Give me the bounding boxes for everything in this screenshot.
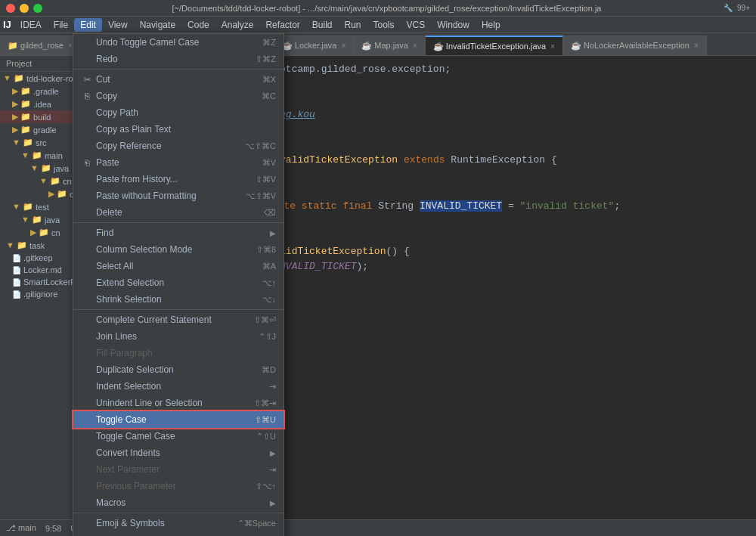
separator bbox=[73, 513, 284, 513]
submenu-arrow-icon: ▶ bbox=[270, 499, 276, 507]
menu-refactor[interactable]: Refactor bbox=[259, 18, 305, 32]
menu-column-selection-mode[interactable]: Column Selection Mode ⇧⌘8 bbox=[73, 241, 284, 258]
menu-select-all[interactable]: Select All ⌘A bbox=[73, 258, 284, 274]
menu-fill-paragraph: Fill Paragraph bbox=[73, 345, 284, 361]
menu-vcs[interactable]: VCS bbox=[401, 18, 432, 32]
menu-tools[interactable]: Tools bbox=[367, 18, 401, 32]
context-menu: Undo Toggle Camel Case ⌘Z Redo ⇧⌘Z ✂ Cut… bbox=[73, 33, 284, 536]
menu-toggle-case[interactable]: Toggle Case ⇧⌘U bbox=[73, 411, 284, 428]
folder-icon: ▶ 📁 bbox=[30, 228, 49, 237]
folder-icon: ▼ 📁 bbox=[39, 176, 60, 186]
tab-nolockeravailableexception[interactable]: ☕ NoLockerAvailableException × bbox=[563, 36, 707, 55]
menu-file[interactable]: File bbox=[48, 18, 74, 32]
tab-close-icon[interactable]: × bbox=[413, 42, 417, 50]
menu-paste-without-formatting[interactable]: Paste without Formatting ⌥⇧⌘V bbox=[73, 187, 284, 204]
tab-close-icon[interactable]: × bbox=[550, 42, 555, 51]
menu-undo-toggle-camel-case[interactable]: Undo Toggle Camel Case ⌘Z bbox=[73, 34, 284, 51]
menu-shrink-selection[interactable]: Shrink Selection ⌥↓ bbox=[73, 291, 284, 308]
menu-help[interactable]: Help bbox=[476, 18, 507, 32]
submenu-arrow-icon: ▶ bbox=[270, 229, 276, 237]
menu-redo[interactable]: Redo ⇧⌘Z bbox=[73, 51, 284, 67]
sidebar-item-label: build bbox=[33, 113, 51, 122]
menu-edit[interactable]: Edit bbox=[74, 18, 102, 32]
menu-extend-selection[interactable]: Extend Selection ⌥↑ bbox=[73, 274, 284, 291]
title-bar: [~/Documents/tdd/tdd-locker-robot] - ...… bbox=[0, 0, 756, 17]
menu-complete-current-statement[interactable]: Complete Current Statement ⇧⌘⏎ bbox=[73, 311, 284, 328]
menu-join-lines[interactable]: Join Lines ⌃⇧J bbox=[73, 328, 284, 345]
sidebar-title: Project bbox=[6, 59, 32, 68]
sidebar-item-label: src bbox=[36, 138, 47, 147]
menu-analyze[interactable]: Analyze bbox=[215, 18, 260, 32]
menu-copy[interactable]: ⎘ Copy ⌘C bbox=[73, 88, 284, 104]
sidebar-item-label: java bbox=[45, 215, 60, 225]
app-logo: IJ bbox=[3, 19, 11, 30]
menu-bar: IJ IDEA File Edit View Navigate Code Ana… bbox=[0, 17, 756, 33]
menu-indent-selection[interactable]: Indent Selection ⇥ bbox=[73, 378, 284, 395]
window-title: [~/Documents/tdd/tdd-locker-robot] - ...… bbox=[50, 4, 723, 13]
tab-close-icon[interactable]: × bbox=[341, 42, 345, 50]
tab-label: ☕ NoLockerAvailableException bbox=[571, 41, 689, 51]
menu-macros[interactable]: Macros ▶ bbox=[73, 494, 284, 511]
folder-icon: ▶ 📁 bbox=[12, 99, 31, 109]
file-icon: 📄 bbox=[12, 278, 21, 287]
separator bbox=[73, 69, 284, 70]
menu-run[interactable]: Run bbox=[339, 18, 367, 32]
menu-duplicate-selection[interactable]: Duplicate Selection ⌘D bbox=[73, 361, 284, 378]
tab-invalidticketexception-java[interactable]: ☕ InvalidTicketException.java × bbox=[426, 36, 563, 55]
minimize-button[interactable] bbox=[20, 4, 29, 13]
menu-delete[interactable]: Delete ⌫ bbox=[73, 204, 284, 221]
menu-find[interactable]: Find ▶ bbox=[73, 225, 284, 241]
menu-window[interactable]: Window bbox=[431, 18, 476, 32]
tab-label: 📁 gilded_rose bbox=[8, 41, 64, 51]
tab-map-java[interactable]: ☕ Map.java × bbox=[354, 36, 426, 55]
line-info: 9:58 bbox=[45, 524, 61, 533]
folder-icon: ▶ 📁 bbox=[12, 112, 31, 122]
menu-convert-indents[interactable]: Convert Indents ▶ bbox=[73, 445, 284, 461]
tab-locker-java[interactable]: ☕ Locker.java × bbox=[274, 36, 355, 55]
sidebar-item-label: Locker.md bbox=[23, 265, 62, 274]
cut-icon: ✂ bbox=[81, 75, 93, 85]
sidebar-item-label: .gradle bbox=[33, 87, 59, 96]
tab-label: ☕ Locker.java bbox=[282, 41, 337, 51]
tab-gilded-rose[interactable]: 📁 gilded_rose × bbox=[0, 36, 81, 55]
menu-toggle-camel-case[interactable]: Toggle Camel Case ⌃⇧U bbox=[73, 428, 284, 445]
tab-label: ☕ Map.java bbox=[361, 41, 408, 51]
paste-icon: ⎗ bbox=[81, 158, 93, 167]
folder-icon: ▼ 📁 bbox=[12, 202, 33, 212]
menu-paste[interactable]: ⎗ Paste ⌘V bbox=[73, 154, 284, 171]
separator bbox=[73, 222, 284, 223]
menu-cut[interactable]: ✂ Cut ⌘X bbox=[73, 71, 284, 88]
copy-icon: ⎘ bbox=[81, 91, 93, 101]
maximize-button[interactable] bbox=[33, 4, 42, 13]
sidebar-item-label: task bbox=[29, 241, 45, 250]
folder-icon: ▼ 📁 bbox=[30, 163, 51, 173]
folder-icon: ▼ 📁 bbox=[21, 215, 42, 225]
menu-next-parameter: Next Parameter ⇥ bbox=[73, 461, 284, 478]
sidebar-item-label: java bbox=[54, 164, 69, 173]
file-icon: 📄 bbox=[12, 254, 21, 262]
tab-close-icon[interactable]: × bbox=[694, 42, 699, 50]
menu-navigate[interactable]: Navigate bbox=[134, 18, 181, 32]
right-status-icons: 🔧 99+ bbox=[723, 4, 750, 12]
folder-icon: ▼ 📁 bbox=[12, 138, 33, 147]
menu-paste-from-history[interactable]: Paste from History... ⇧⌘V bbox=[73, 171, 284, 187]
sidebar-item-label: cn bbox=[63, 177, 72, 186]
menu-idea[interactable]: IDEA bbox=[14, 18, 48, 32]
menu-code[interactable]: Code bbox=[181, 18, 215, 32]
sidebar-item-label: .idea bbox=[33, 100, 51, 109]
tab-label: ☕ InvalidTicketException.java bbox=[433, 42, 546, 51]
menu-encode-xml: Encode XML/HTML Special Characters bbox=[73, 531, 284, 536]
menu-emoji-symbols[interactable]: Emoji & Symbols ⌃⌘Space bbox=[73, 515, 284, 531]
menu-view[interactable]: View bbox=[102, 18, 134, 32]
menu-copy-reference[interactable]: Copy Reference ⌥⇧⌘C bbox=[73, 138, 284, 154]
menu-copy-as-plain-text[interactable]: Copy as Plain Text bbox=[73, 121, 284, 138]
sidebar-item-label: cn bbox=[51, 228, 60, 237]
folder-icon: ▼ 📁 bbox=[21, 150, 42, 160]
tab-close-icon[interactable]: × bbox=[68, 42, 73, 50]
menu-unindent-line[interactable]: Unindent Line or Selection ⇧⌘⇥ bbox=[73, 395, 284, 411]
menu-copy-path[interactable]: Copy Path bbox=[73, 104, 284, 121]
battery-status: 99+ bbox=[737, 4, 750, 12]
menu-build[interactable]: Build bbox=[306, 18, 339, 32]
file-icon: 📄 bbox=[12, 290, 21, 299]
close-button[interactable] bbox=[6, 4, 15, 13]
